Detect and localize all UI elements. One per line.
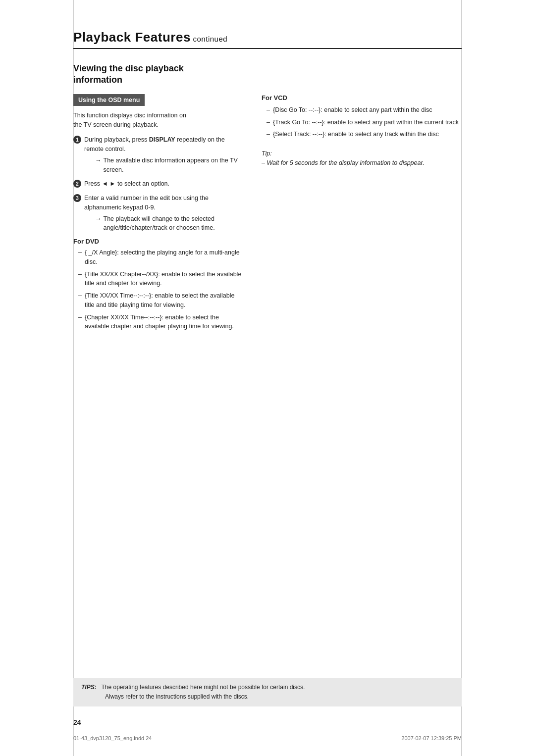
dvd-item-3: – {Title XX/XX Time--:--:--}: enable to … xyxy=(73,291,242,310)
right-column: For VCD – {Disc Go To: --:--}: enable to… xyxy=(262,94,462,168)
dvd-list: – { _/X Angle}: selecting the playing an… xyxy=(73,248,242,331)
step-1-number: 1 xyxy=(73,136,81,144)
step-2-text: Press ◄ ► to select an option. xyxy=(84,179,242,189)
tip-label: Tip: xyxy=(262,149,462,158)
vcd-title: For VCD xyxy=(262,94,462,101)
tip-text: – Wait for 5 seconds for the display inf… xyxy=(262,158,462,168)
step-3-arrow: → The playback will change to the select… xyxy=(95,214,242,233)
tips-label: TIPS: xyxy=(81,684,97,691)
dvd-item-1: – { _/X Angle}: selecting the playing an… xyxy=(73,248,242,267)
step-3: 3 Enter a valid number in the edit box u… xyxy=(73,194,242,233)
step-3-text: Enter a valid number in the edit box usi… xyxy=(84,194,242,233)
step-1-text: During playback, press DISPLAY repeatedl… xyxy=(84,135,242,174)
dvd-title: For DVD xyxy=(73,238,242,245)
page-title-continued: continued xyxy=(191,35,227,43)
two-column-layout: Using the OSD menu This function display… xyxy=(73,94,462,334)
step-1: 1 During playback, press DISPLAY repeate… xyxy=(73,135,242,174)
footer-tips-box: TIPS: The operating features described h… xyxy=(73,678,462,706)
page-header: Playback Features continued xyxy=(73,30,462,49)
vcd-item-3: – {Select Track: --:--}: enable to selec… xyxy=(262,130,462,139)
page: Playback Features continued Viewing the … xyxy=(0,0,535,756)
step-2: 2 Press ◄ ► to select an option. xyxy=(73,179,242,189)
vcd-item-1: – {Disc Go To: --:--}: enable to select … xyxy=(262,105,462,115)
tips-text-2: Always refer to the instructions supplie… xyxy=(105,693,249,700)
left-column: Using the OSD menu This function display… xyxy=(73,94,242,334)
vcd-item-2: – {Track Go To: --:--}: enable to select… xyxy=(262,118,462,127)
tips-text-1: The operating features described here mi… xyxy=(101,684,305,691)
osd-description: This function displays disc information … xyxy=(73,111,242,130)
steps-list: 1 During playback, press DISPLAY repeate… xyxy=(73,135,242,233)
page-number: 24 xyxy=(73,718,81,726)
footer-file-right: 2007-02-07 12:39:25 PM xyxy=(401,735,462,741)
osd-menu-box: Using the OSD menu xyxy=(73,94,145,106)
dvd-item-2: – {Title XX/XX Chapter--/XX}: enable to … xyxy=(73,270,242,289)
page-title: Playback Features continued xyxy=(73,30,227,45)
footer-file-left: 01-43_dvp3120_75_eng.indd 24 xyxy=(73,735,152,741)
vcd-list: – {Disc Go To: --:--}: enable to select … xyxy=(262,105,462,139)
dvd-item-4: – {Chapter XX/XX Time--:--:--}: enable t… xyxy=(73,313,242,332)
step-2-number: 2 xyxy=(73,180,81,188)
section-heading: Viewing the disc playback information xyxy=(73,63,462,86)
tip-section: Tip: – Wait for 5 seconds for the displa… xyxy=(262,149,462,168)
step-1-arrow: → The available disc information appears… xyxy=(95,156,242,175)
step-3-number: 3 xyxy=(73,194,81,202)
content-area: Playback Features continued Viewing the … xyxy=(73,30,462,334)
